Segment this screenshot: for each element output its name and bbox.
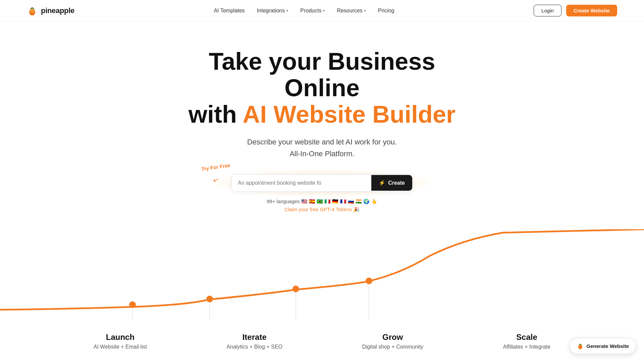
login-button[interactable]: Login xyxy=(534,5,561,16)
nav-item-resources[interactable]: Resources ▾ xyxy=(337,8,366,14)
svg-point-11 xyxy=(292,286,299,292)
svg-point-13 xyxy=(578,345,582,349)
stage-scale: Scale Affiliates + Integrate xyxy=(503,333,551,350)
growth-curve xyxy=(0,229,644,323)
create-website-button[interactable]: Create Website xyxy=(566,5,617,16)
nav-item-integrations[interactable]: Integrations ▾ xyxy=(257,8,288,14)
chevron-down-icon: ▾ xyxy=(286,9,288,12)
create-button[interactable]: ⚡ Create xyxy=(371,175,412,191)
chevron-down-icon: ▾ xyxy=(323,9,325,12)
bolt-icon: ⚡ xyxy=(379,180,385,186)
logo[interactable]: pineapple xyxy=(27,5,74,16)
stages: Launch AI Website + Email list Iterate A… xyxy=(0,333,644,350)
svg-point-10 xyxy=(206,296,213,302)
search-area: Try For Free ↙ ⚡ Create xyxy=(231,174,413,192)
logo-icon xyxy=(27,5,38,16)
hero-section: Take your Business Online with AI Websit… xyxy=(0,21,644,350)
hero-subtitle: Describe your website and let AI work fo… xyxy=(247,136,397,160)
stage-grow: Grow Digital shop + Community xyxy=(362,333,423,350)
nav-item-products[interactable]: Products ▾ xyxy=(300,8,325,14)
nav-actions: Login Create Website xyxy=(534,5,617,16)
floating-pineapple-icon xyxy=(577,342,584,350)
svg-point-9 xyxy=(129,301,136,308)
svg-point-12 xyxy=(366,278,372,284)
hero-title: Take your Business Online with AI Websit… xyxy=(171,48,473,128)
chevron-down-icon: ▾ xyxy=(364,9,366,12)
search-box: ⚡ Create xyxy=(231,174,413,192)
nav-item-pricing[interactable]: Pricing xyxy=(378,8,394,14)
brand-name: pineapple xyxy=(41,6,74,15)
nav-links: AI Templates Integrations ▾ Products ▾ R… xyxy=(214,8,394,14)
search-input[interactable] xyxy=(232,175,371,191)
languages-row: 99+ languages 🇺🇸 🇪🇸 🇧🇷 🇮🇹 🇩🇪 🇫🇷 🇷🇺 🇮🇳 🌍 … xyxy=(267,198,378,213)
claim-gpt4-link[interactable]: Claim your free GPT-4 Tokens 🎉 xyxy=(284,206,360,213)
nav-item-ai-templates[interactable]: AI Templates xyxy=(214,8,245,14)
stage-launch: Launch AI Website + Email list xyxy=(94,333,147,350)
floating-generate-button[interactable]: Generate Website xyxy=(570,338,636,354)
curve-section: Launch AI Website + Email list Iterate A… xyxy=(0,229,644,350)
navbar: pineapple AI Templates Integrations ▾ Pr… xyxy=(0,0,644,21)
arrow-icon: ↙ xyxy=(212,175,220,184)
try-for-free-label: Try For Free xyxy=(201,162,230,172)
stage-iterate: Iterate Analytics + Blog + SEO xyxy=(227,333,282,350)
